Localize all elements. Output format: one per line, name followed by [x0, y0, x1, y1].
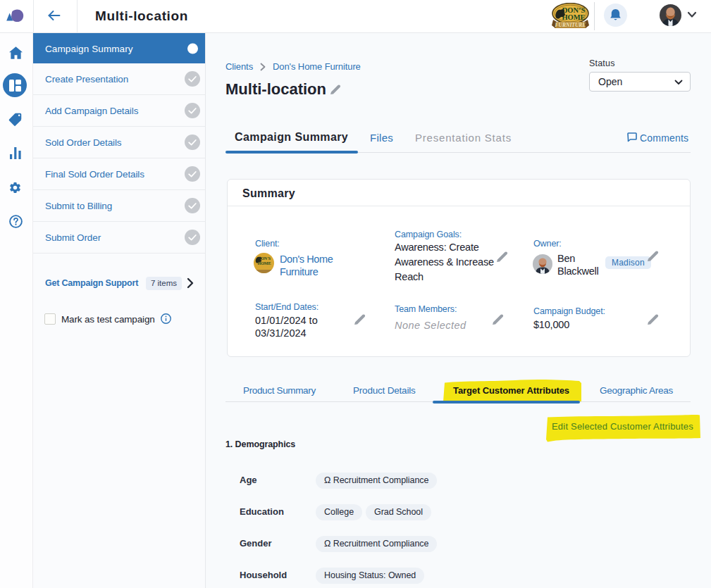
svg-text:FURNITURE: FURNITURE — [555, 22, 586, 28]
svg-text:HOME: HOME — [562, 13, 585, 21]
